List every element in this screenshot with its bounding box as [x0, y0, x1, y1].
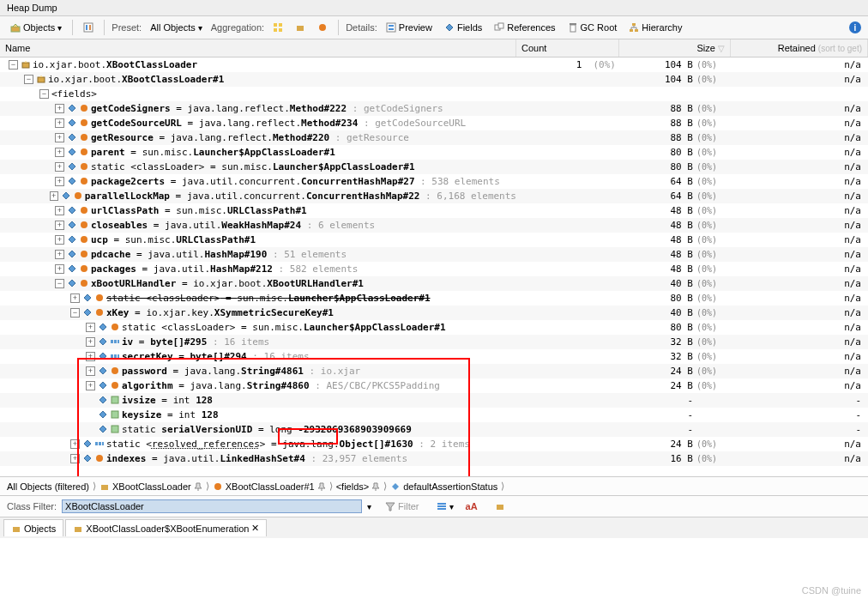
expander[interactable]: + [70, 454, 80, 463]
svg-rect-21 [38, 77, 45, 82]
aggregation-btn-3[interactable] [314, 21, 331, 33]
expander[interactable]: + [55, 250, 64, 259]
class-filter-input[interactable] [62, 499, 362, 513]
table-row[interactable]: −xBootURLHandler = io.xjar.boot.XBootURL… [0, 276, 868, 291]
breadcrumb-item[interactable]: XBootClassLoader#1 [213, 481, 326, 492]
preset-dropdown[interactable]: All Objects ▾ [147, 21, 206, 33]
expander[interactable]: + [55, 235, 64, 245]
breadcrumb-item[interactable]: defaultAssertionStatus [390, 481, 497, 492]
svg-rect-15 [570, 25, 576, 32]
table-row[interactable]: +pdcache = java.util.HashMap#190 : 51 el… [0, 247, 868, 262]
table-row[interactable]: −xKey = io.xjar.key.XSymmetricSecureKey#… [0, 306, 868, 320]
table-row[interactable]: +static <resolved_references> = java.lan… [0, 437, 868, 451]
col-count[interactable]: Count [516, 39, 619, 57]
table-row[interactable]: ivsize = int 128-- [0, 393, 868, 408]
breadcrumb-sep: ⟩ [329, 481, 333, 492]
table-row[interactable]: −io.xjar.boot.XBootClassLoader#1104 B(0%… [0, 72, 868, 87]
expander[interactable]: + [55, 177, 64, 186]
expander[interactable]: + [86, 381, 95, 390]
table-row[interactable]: +parallelLockMap = java.util.concurrent.… [0, 189, 868, 203]
expander[interactable]: + [55, 104, 64, 113]
size-pct: (0%) [696, 177, 731, 186]
table-row[interactable]: +ucp = sun.misc.URLClassPath#148 B(0%)n/… [0, 233, 868, 247]
view-list-button[interactable]: ▾ [433, 500, 457, 512]
expander[interactable]: + [86, 366, 95, 376]
node-label: xKey = io.xjar.key.XSymmetricSecureKey#1 [106, 307, 334, 318]
expander[interactable]: + [55, 221, 64, 230]
node-label: urlClassPath = sun.misc.URLClassPath#1 [91, 205, 307, 216]
col-retained[interactable]: Retained (sort to get) [731, 39, 868, 57]
table-row[interactable]: +indexes = java.util.LinkedHashSet#4 : 2… [0, 451, 868, 466]
package-button[interactable] [491, 500, 509, 512]
fields-button[interactable]: Fields [441, 21, 485, 33]
node-label: static <classLoader> = sun.misc.Launcher… [106, 293, 431, 304]
table-row[interactable]: +static <classLoader> = sun.misc.Launche… [0, 291, 868, 306]
expander[interactable]: + [70, 293, 80, 303]
table-row[interactable]: −<fields> [0, 87, 868, 101]
size-cell: 64 B [619, 176, 696, 187]
expander[interactable]: − [39, 89, 49, 99]
table-row[interactable]: +static <classLoader> = sun.misc.Launche… [0, 160, 868, 174]
table-row[interactable]: −io.xjar.boot.XBootClassLoader1 (0%)104 … [0, 57, 868, 72]
expander[interactable]: + [70, 439, 80, 449]
settings-button[interactable] [80, 21, 97, 33]
expander[interactable]: + [55, 118, 64, 128]
expander[interactable]: + [55, 206, 64, 215]
breadcrumb-item[interactable]: XBootClassLoader [99, 481, 202, 492]
aggregation-btn-1[interactable] [269, 21, 286, 33]
table-row[interactable]: +secretKey = byte[]#294 : 16 items32 B(0… [0, 349, 868, 364]
table-row[interactable]: +algorithm = java.lang.String#4860 : AES… [0, 378, 868, 393]
expander[interactable]: − [9, 60, 18, 70]
filter-bar: Class Filter: ▾ Filter ▾ aA [0, 496, 868, 517]
expander[interactable]: − [55, 279, 64, 288]
expander[interactable]: + [55, 264, 64, 274]
table-row[interactable]: +iv = byte[]#295 : 16 items32 B(0%)n/a [0, 335, 868, 349]
f-icon [67, 234, 77, 246]
obj-icon [79, 176, 89, 188]
obj-icon [94, 453, 105, 465]
expander[interactable]: + [55, 133, 64, 142]
breadcrumb-item[interactable]: <fields> [336, 481, 381, 492]
filter-button[interactable]: Filter [382, 500, 422, 512]
expander[interactable]: + [55, 162, 64, 172]
hierarchy-button[interactable]: Hierarchy [625, 21, 685, 33]
references-button[interactable]: References [491, 21, 558, 33]
table-row[interactable]: +closeables = java.util.WeakHashMap#24 :… [0, 218, 868, 233]
objects-dropdown[interactable]: Objects ▾ [7, 21, 65, 33]
size-pct: (0%) [696, 206, 731, 215]
table-row[interactable]: +getResource = java.lang.reflect.Method#… [0, 130, 868, 145]
table-row[interactable]: +password = java.lang.String#4861 : io.x… [0, 364, 868, 378]
aggregation-btn-2[interactable] [292, 21, 309, 33]
col-name[interactable]: Name [0, 39, 516, 57]
expander[interactable]: + [86, 352, 95, 361]
tree-area[interactable]: Name Count Size ▽ Retained (sort to get)… [0, 39, 868, 477]
expander[interactable]: + [86, 337, 95, 347]
circle-orange-icon [317, 22, 328, 33]
table-row[interactable]: +packages = java.util.HashMap#212 : 582 … [0, 262, 868, 276]
table-row[interactable]: +parent = sun.misc.Launcher$AppClassLoad… [0, 145, 868, 160]
preview-button[interactable]: Preview [383, 21, 436, 33]
tab-xboot-enum[interactable]: XBootClassLoader$XBootEnumeration✕ [65, 519, 267, 536]
info-icon[interactable]: i [849, 21, 861, 33]
dropdown-icon[interactable]: ▾ [367, 502, 371, 511]
table-row[interactable]: static serialVersionUID = long -29328693… [0, 422, 868, 437]
obj-icon [110, 366, 120, 378]
expander[interactable]: + [86, 323, 95, 332]
table-row[interactable]: +static <classLoader> = sun.misc.Launche… [0, 320, 868, 335]
gcroot-button[interactable]: GC Root [564, 21, 621, 33]
col-size[interactable]: Size ▽ [619, 39, 731, 57]
table-row[interactable]: +getCodeSourceURL = java.lang.reflect.Me… [0, 116, 868, 130]
expander[interactable]: + [55, 148, 64, 157]
expander[interactable]: + [50, 191, 58, 201]
svg-rect-53 [101, 485, 108, 490]
table-row[interactable]: +getCodeSigners = java.lang.reflect.Meth… [0, 101, 868, 116]
tab-objects[interactable]: Objects [3, 519, 63, 536]
text-mode-button[interactable]: aA [462, 500, 481, 512]
table-row[interactable]: +urlClassPath = sun.misc.URLClassPath#14… [0, 203, 868, 218]
expander[interactable]: − [24, 75, 33, 84]
table-row[interactable]: keysize = int 128-- [0, 408, 868, 422]
close-icon[interactable]: ✕ [251, 523, 259, 534]
expander[interactable]: − [70, 308, 80, 318]
table-row[interactable]: +package2certs = java.util.concurrent.Co… [0, 174, 868, 189]
svg-point-36 [96, 309, 103, 316]
